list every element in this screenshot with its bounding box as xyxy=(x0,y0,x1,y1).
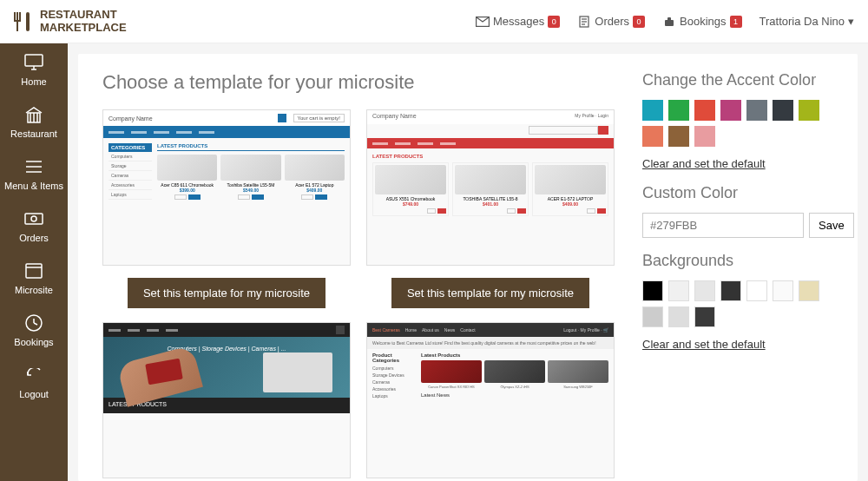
sidebar-home[interactable]: Home xyxy=(0,43,68,96)
orders-badge: 0 xyxy=(633,16,645,28)
bg-swatch-1[interactable] xyxy=(668,280,689,301)
svg-line-28 xyxy=(34,323,37,325)
accent-title: Change the Accent Color xyxy=(642,71,833,89)
accent-swatch-9[interactable] xyxy=(694,126,715,147)
template-preview-4[interactable]: Best CamerasHomeAbout usNewsContactLogou… xyxy=(366,322,615,478)
svg-rect-11 xyxy=(667,17,671,21)
template-card-1: Company NameYour cart is empty! CATEGORI… xyxy=(102,109,351,308)
custom-color-title: Custom Color xyxy=(642,184,833,202)
template-card-2: Company NameMy Profile · Login LATEST PR… xyxy=(366,109,615,308)
template-preview-1[interactable]: Company NameYour cart is empty! CATEGORI… xyxy=(102,109,351,266)
save-color-button[interactable]: Save xyxy=(809,213,854,238)
accent-swatch-0[interactable] xyxy=(642,100,663,121)
template-preview-2[interactable]: Company NameMy Profile · Login LATEST PR… xyxy=(366,109,615,266)
template-card-3: Computers | Storage Devices | Cameras | … xyxy=(102,322,351,478)
bg-swatch-8[interactable] xyxy=(668,306,689,327)
orders-link[interactable]: Orders 0 xyxy=(577,15,645,29)
building-icon xyxy=(23,104,44,125)
sidebar-menu[interactable]: Menu & Items xyxy=(0,148,68,200)
accent-swatch-2[interactable] xyxy=(694,100,715,121)
accent-swatch-8[interactable] xyxy=(668,126,689,147)
bg-swatch-4[interactable] xyxy=(746,280,767,301)
brand-logo: RESTAURANT MARKETPLACE xyxy=(14,9,127,34)
sidebar-orders[interactable]: Orders xyxy=(0,200,68,252)
bg-swatch-3[interactable] xyxy=(720,280,741,301)
bg-swatch-6[interactable] xyxy=(799,280,819,301)
monitor-icon xyxy=(23,52,44,73)
svg-rect-3 xyxy=(14,20,21,22)
cash-icon xyxy=(23,208,44,229)
template-card-4: Best CamerasHomeAbout usNewsContactLogou… xyxy=(366,322,615,478)
bg-swatch-5[interactable] xyxy=(773,280,793,301)
set-template-2-button[interactable]: Set this template for my microsite xyxy=(391,278,589,308)
svg-point-23 xyxy=(31,216,36,221)
svg-rect-2 xyxy=(14,12,16,21)
svg-rect-24 xyxy=(26,264,42,278)
sidebar-logout[interactable]: Logout xyxy=(0,356,68,408)
sidebar-microsite[interactable]: Microsite xyxy=(0,252,68,304)
bg-swatch-7[interactable] xyxy=(642,306,663,327)
svg-rect-1 xyxy=(19,12,21,21)
bookings-badge: 1 xyxy=(730,16,742,28)
accent-swatches xyxy=(642,100,833,147)
bg-swatch-0[interactable] xyxy=(642,280,663,301)
bg-swatch-9[interactable] xyxy=(694,306,715,327)
clear-accent-link[interactable]: Clear and set the default xyxy=(642,157,766,170)
clear-bg-link[interactable]: Clear and set the default xyxy=(642,338,766,351)
svg-rect-10 xyxy=(665,20,674,26)
back-arrow-icon xyxy=(23,365,44,385)
browser-icon xyxy=(23,260,44,281)
custom-color-input[interactable] xyxy=(642,213,804,238)
envelope-icon xyxy=(476,15,490,29)
bg-swatches xyxy=(642,280,833,327)
list-icon xyxy=(23,156,44,177)
user-menu[interactable]: Trattoria Da Nino ▾ xyxy=(760,15,855,28)
receipt-icon xyxy=(577,15,591,29)
accent-swatch-5[interactable] xyxy=(773,100,793,121)
accent-swatch-7[interactable] xyxy=(642,126,663,147)
clock-icon xyxy=(23,313,44,333)
bookings-icon xyxy=(662,15,676,29)
accent-swatch-1[interactable] xyxy=(668,100,689,121)
set-template-1-button[interactable]: Set this template for my microsite xyxy=(128,278,326,308)
sidebar-restaurant[interactable]: Restaurant xyxy=(0,96,68,148)
messages-link[interactable]: Messages 0 xyxy=(476,15,560,29)
bg-swatch-2[interactable] xyxy=(694,280,715,301)
svg-rect-22 xyxy=(25,214,43,224)
template-preview-3[interactable]: Computers | Storage Devices | Cameras | … xyxy=(102,322,351,478)
bookings-link[interactable]: Bookings 1 xyxy=(662,15,741,29)
accent-swatch-3[interactable] xyxy=(720,100,741,121)
brand-line2: MARKETPLACE xyxy=(40,22,127,34)
backgrounds-title: Backgrounds xyxy=(642,252,833,270)
page-title: Choose a template for your microsite xyxy=(102,71,615,94)
svg-rect-12 xyxy=(25,55,43,66)
sidebar-bookings[interactable]: Bookings xyxy=(0,304,68,356)
messages-badge: 0 xyxy=(548,16,560,28)
brand-line1: RESTAURANT xyxy=(40,9,127,21)
accent-swatch-4[interactable] xyxy=(746,100,767,121)
chevron-down-icon: ▾ xyxy=(848,15,854,28)
svg-rect-4 xyxy=(26,12,30,31)
accent-swatch-6[interactable] xyxy=(799,100,819,121)
utensils-icon xyxy=(14,10,33,33)
